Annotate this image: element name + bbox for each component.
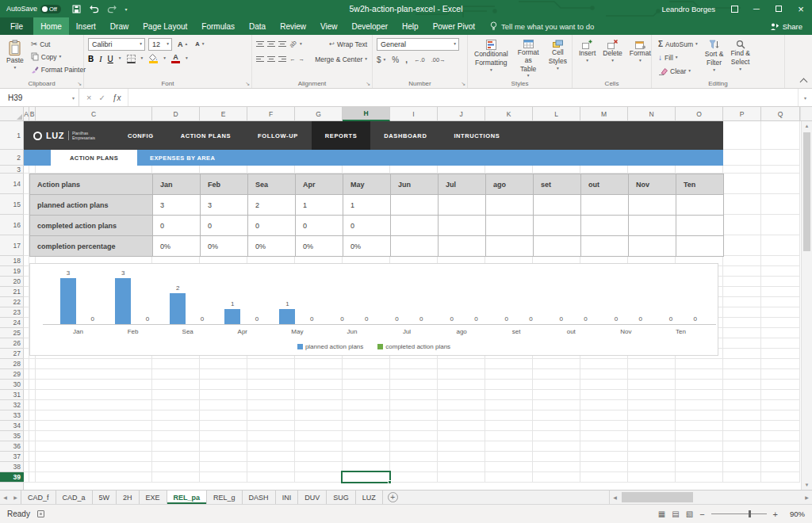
row-header-14[interactable]: 14 [0,174,24,194]
underline-button[interactable]: U [108,55,113,63]
sheet-tab-rel-pa[interactable]: REL_pa [167,491,208,504]
decrease-font-button[interactable]: A▾ [193,39,206,51]
align-left-icon[interactable] [256,56,264,62]
ribbon-display-options-button[interactable] [723,0,745,17]
action-plans-chart[interactable]: 30Jan30Feb20Sea10Apr10May00Jun00Jul00ago… [29,263,718,356]
nav-item-config[interactable]: CONFIG [114,121,167,150]
vertical-scrollbar[interactable]: ▲ ▼ [801,121,812,490]
fill-button[interactable]: ↓Fill▾ [656,52,700,63]
vertical-scroll-thumb[interactable] [803,132,810,251]
row-header-34[interactable]: 34 [0,421,24,431]
sheet-tab-luz[interactable]: LUZ [356,491,383,504]
horizontal-scroll-thumb[interactable] [622,492,693,502]
horizontal-scrollbar[interactable]: ◀ ▶ [609,491,812,504]
bottom-align-icon[interactable] [278,41,286,47]
table-cell[interactable] [629,216,676,236]
sheet-tab-2h[interactable]: 2H [117,491,140,504]
ribbon-tab-draw[interactable]: Draw [103,17,136,35]
ribbon-tab-formulas[interactable]: Formulas [194,17,242,35]
font-dialog-launcher-icon[interactable]: ↘ [245,81,250,86]
table-cell[interactable] [629,236,676,257]
column-header-E[interactable]: E [200,107,247,121]
table-cell[interactable]: 0 [248,216,296,236]
table-cell[interactable] [581,216,629,236]
row-header-26[interactable]: 26 [0,338,24,349]
table-cell[interactable]: 0% [153,236,201,257]
column-header-L[interactable]: L [533,107,580,121]
column-header-Q[interactable]: Q [761,107,800,121]
table-cell[interactable] [439,195,486,216]
sheet-tab-exe[interactable]: EXE [140,491,167,504]
format-painter-button[interactable]: Format Painter [29,63,88,75]
find-select-button[interactable]: Find &Select ▾ [728,38,753,73]
table-cell[interactable] [391,236,439,257]
cell-styles-button[interactable]: CellStyles ▾ [546,38,569,72]
table-cell[interactable]: 0 [296,216,343,236]
row-header-25[interactable]: 25 [0,328,24,338]
table-cell[interactable] [439,236,486,257]
sheet-tab-ini[interactable]: INI [276,491,299,504]
sheet-tab-cad-f[interactable]: CAD_f [21,491,56,504]
sheet-tab-rel-g[interactable]: REL_g [207,491,243,504]
table-cell[interactable]: 1 [296,195,343,216]
spreadsheet-grid[interactable]: 1231415161718192021222324252627282930313… [0,121,801,490]
formula-bar-expand-icon[interactable]: ▾ [798,89,812,106]
top-align-icon[interactable] [256,41,264,47]
row-header-22[interactable]: 22 [0,297,24,307]
enter-formula-icon[interactable]: ✓ [98,94,105,102]
ribbon-tab-review[interactable]: Review [273,17,313,35]
orientation-button[interactable]: ab [288,39,298,49]
row-header-31[interactable]: 31 [0,390,24,400]
chart-bar-planned[interactable] [115,278,131,324]
row-header-29[interactable]: 29 [0,369,24,380]
table-cell[interactable]: 0% [201,236,248,257]
zoom-slider[interactable] [711,513,767,514]
column-header-A[interactable]: A [24,107,29,121]
fill-handle[interactable] [388,480,392,484]
table-month-header[interactable]: Jun [391,174,439,195]
legend-item-planned-action-plans[interactable]: planned action plans [297,343,363,350]
align-right-icon[interactable] [278,56,286,62]
vertical-scroll-track[interactable] [802,131,812,480]
table-cell[interactable] [676,236,724,257]
zoom-level[interactable]: 90% [784,510,805,518]
row-header-17[interactable]: 17 [0,235,24,256]
normal-view-icon[interactable]: ▦ [658,510,665,518]
ribbon-tab-power-pivot[interactable]: Power Pivot [426,17,482,35]
minimize-button[interactable]: ─ [745,0,768,17]
table-month-header[interactable]: May [343,174,391,195]
orientation-dropdown-icon[interactable]: ▾ [300,42,302,47]
table-row-label[interactable]: planned action plans [30,195,153,216]
column-header-K[interactable]: K [485,107,533,121]
chart-bar-planned[interactable] [224,309,240,324]
number-format-combo[interactable]: General▾ [377,38,459,51]
row-header-20[interactable]: 20 [0,277,24,287]
column-header-J[interactable]: J [438,107,485,121]
ribbon-tab-developer[interactable]: Developer [344,17,395,35]
increase-decimal-button[interactable]: ←.0 [414,56,425,63]
font-color-button[interactable]: A [171,54,180,63]
row-header-35[interactable]: 35 [0,431,24,441]
table-cell[interactable]: 2 [248,195,296,216]
table-cell[interactable]: 3 [201,195,248,216]
delete-cells-button[interactable]: Delete ▾ [600,38,625,64]
customize-qat-dropdown-icon[interactable]: ▾ [121,6,131,12]
alignment-dialog-launcher-icon[interactable]: ↘ [366,81,370,86]
row-header-24[interactable]: 24 [0,318,24,328]
nav-item-dashboard[interactable]: DASHBOARD [370,121,440,150]
table-corner-cell[interactable]: Action plans [30,174,153,195]
nav-item-intructions[interactable]: INTRUCTIONS [440,121,513,150]
decrease-decimal-button[interactable]: .00→ [431,56,446,63]
maximize-button[interactable] [768,0,790,17]
row-header-15[interactable]: 15 [0,194,24,215]
collapse-ribbon-icon[interactable] [800,78,808,86]
sort-filter-button[interactable]: Sort &Filter ▾ [703,38,726,74]
increase-indent-icon[interactable]: → [299,55,305,63]
table-cell[interactable] [534,216,581,236]
sheet-tab-cad-a[interactable]: CAD_a [56,491,93,504]
ribbon-tab-data[interactable]: Data [242,17,273,35]
comma-style-button[interactable]: , [405,56,408,64]
table-month-header[interactable]: Apr [296,174,343,195]
table-cell[interactable]: 0% [296,236,343,257]
row-header-37[interactable]: 37 [0,452,24,462]
